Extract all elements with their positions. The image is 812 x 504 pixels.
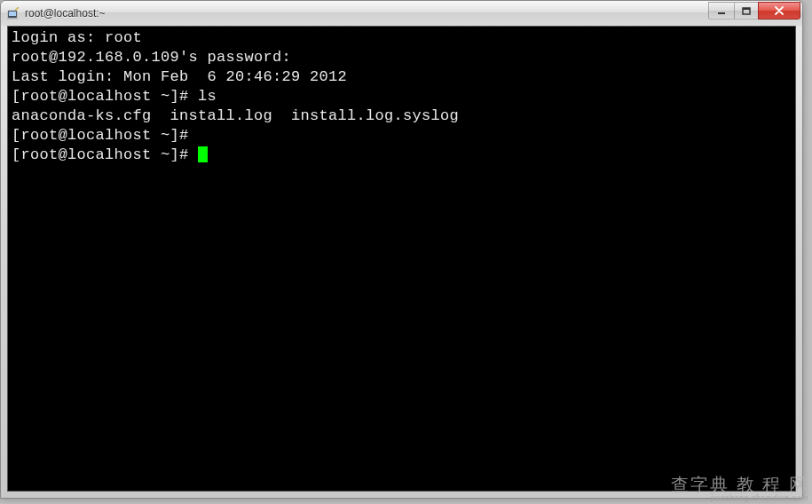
terminal-line: [root@localhost ~]# [12, 126, 792, 146]
svg-rect-2 [7, 18, 18, 20]
terminal-window: root@localhost:~ login as: root root@192… [0, 0, 803, 499]
svg-rect-3 [718, 12, 725, 14]
minimize-button[interactable] [708, 2, 735, 20]
terminal-prompt-line: [root@localhost ~]# [12, 146, 792, 165]
svg-rect-1 [9, 12, 16, 16]
cursor-block [198, 146, 208, 162]
terminal-prompt: [root@localhost ~]# [12, 146, 198, 163]
svg-rect-5 [743, 8, 750, 10]
putty-icon [6, 6, 20, 20]
terminal-line: root@192.168.0.109's password: [12, 48, 792, 67]
terminal-line: [root@localhost ~]# ls [12, 87, 792, 106]
window-title: root@localhost:~ [25, 7, 709, 20]
close-button[interactable] [758, 2, 800, 20]
titlebar[interactable]: root@localhost:~ [1, 1, 802, 26]
terminal-line: Last login: Mon Feb 6 20:46:29 2012 [12, 67, 792, 87]
maximize-button[interactable] [734, 2, 759, 20]
window-controls [709, 2, 800, 20]
terminal-area[interactable]: login as: root root@192.168.0.109's pass… [7, 26, 796, 492]
terminal-line: login as: root [12, 28, 792, 48]
terminal-line: anaconda-ks.cfg install.log install.log.… [12, 106, 792, 126]
